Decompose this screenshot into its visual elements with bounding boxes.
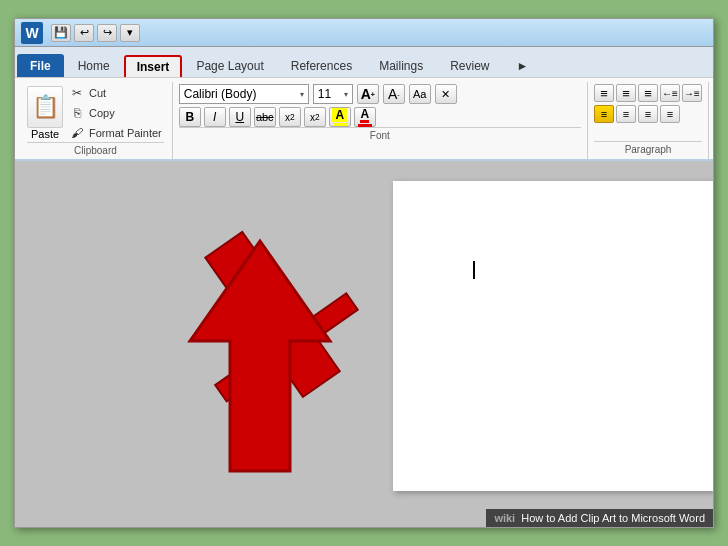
- justify-button[interactable]: ≡: [660, 105, 680, 123]
- ribbon: File Home Insert Page Layout References …: [15, 47, 713, 161]
- highlight-icon: A: [332, 108, 347, 122]
- font-size-value: 11: [318, 87, 331, 101]
- bold-button[interactable]: B: [179, 107, 201, 127]
- undo-quick-btn[interactable]: ↩: [74, 24, 94, 42]
- font-name-dropdown-arrow: ▾: [300, 90, 304, 99]
- change-case-button[interactable]: Aa: [409, 84, 431, 104]
- tab-more[interactable]: ►: [504, 54, 542, 77]
- word-icon: W: [21, 22, 43, 44]
- para-row1: ≡ ≡ ≡ ←≡ →≡: [594, 84, 702, 102]
- font-name-value: Calibri (Body): [184, 87, 257, 101]
- document-left-panel: [15, 161, 295, 527]
- paste-button[interactable]: 📋 Paste: [27, 86, 63, 140]
- paste-icon: 📋: [27, 86, 63, 128]
- tab-mailings[interactable]: Mailings: [366, 54, 436, 77]
- align-left-button[interactable]: ≡: [594, 105, 614, 123]
- para-row2: ≡ ≡ ≡ ≡: [594, 105, 702, 123]
- underline-button[interactable]: U: [229, 107, 251, 127]
- paste-label: Paste: [31, 128, 59, 140]
- scissors-icon: ✂: [69, 85, 85, 101]
- superscript-button[interactable]: x2: [304, 107, 326, 127]
- document-area: [15, 161, 713, 527]
- align-center-button[interactable]: ≡: [616, 105, 636, 123]
- word-window: W 💾 ↩ ↪ ▾ File Home Insert Page Layout R…: [14, 18, 714, 528]
- tab-references[interactable]: References: [278, 54, 365, 77]
- text-color-icon: A: [360, 108, 369, 123]
- multilevel-button[interactable]: ≡: [638, 84, 658, 102]
- highlight-color-bar: [333, 123, 347, 126]
- format-painter-button[interactable]: 🖌 Format Painter: [67, 124, 164, 142]
- strikethrough-button[interactable]: abc: [254, 107, 276, 127]
- format-painter-icon: 🖌: [69, 125, 85, 141]
- increase-indent-button[interactable]: →≡: [682, 84, 702, 102]
- font-color-button[interactable]: A: [329, 107, 351, 127]
- font-size-dropdown-arrow: ▾: [344, 90, 348, 99]
- cut-button[interactable]: ✂ Cut: [67, 84, 164, 102]
- paragraph-group: ≡ ≡ ≡ ←≡ →≡ ≡ ≡ ≡ ≡ Paragraph: [588, 82, 709, 159]
- tab-insert[interactable]: Insert: [124, 55, 183, 77]
- clipboard-small-buttons: ✂ Cut ⎘ Copy 🖌 Format Painter: [67, 84, 164, 142]
- clipboard-group-content: 📋 Paste ✂ Cut ⎘ Copy 🖌: [27, 84, 164, 142]
- align-right-button[interactable]: ≡: [638, 105, 658, 123]
- clear-formatting-button[interactable]: ✕: [435, 84, 457, 104]
- how-to-caption: How to Add Clip Art to Microsoft Word: [521, 512, 705, 524]
- decrease-indent-button[interactable]: ←≡: [660, 84, 680, 102]
- title-bar-left: W 💾 ↩ ↪ ▾: [21, 22, 140, 44]
- clipboard-group-label: Clipboard: [27, 142, 164, 158]
- red-arrow-overlay: [75, 201, 355, 501]
- font-row2: B I U abc x2 x2 A A: [179, 107, 581, 127]
- tab-review[interactable]: Review: [437, 54, 502, 77]
- tab-home[interactable]: Home: [65, 54, 123, 77]
- italic-button[interactable]: I: [204, 107, 226, 127]
- svg-marker-0: [152, 203, 375, 434]
- font-group: Calibri (Body) ▾ 11 ▾ A+ A- Aa ✕ B I U: [173, 82, 588, 159]
- grow-font-button[interactable]: A+: [357, 84, 379, 104]
- shrink-font-button[interactable]: A-: [383, 84, 405, 104]
- title-bar: W 💾 ↩ ↪ ▾: [15, 19, 713, 47]
- quick-access-dropdown[interactable]: ▾: [120, 24, 140, 42]
- text-color-bar: [358, 124, 372, 127]
- red-arrow-svg: [75, 201, 375, 521]
- svg-marker-1: [190, 241, 330, 471]
- format-painter-label: Format Painter: [89, 127, 162, 139]
- document-page[interactable]: [393, 181, 713, 491]
- wiki-logo: wiki: [494, 512, 515, 524]
- text-cursor: [473, 261, 475, 279]
- font-row1: Calibri (Body) ▾ 11 ▾ A+ A- Aa ✕: [179, 84, 581, 104]
- ribbon-tabs: File Home Insert Page Layout References …: [15, 47, 713, 77]
- watermark-bar: wiki How to Add Clip Art to Microsoft Wo…: [486, 509, 713, 527]
- cut-label: Cut: [89, 87, 106, 99]
- numbering-button[interactable]: ≡: [616, 84, 636, 102]
- font-group-label: Font: [179, 127, 581, 143]
- redo-quick-btn[interactable]: ↪: [97, 24, 117, 42]
- subscript-button[interactable]: x2: [279, 107, 301, 127]
- tab-file[interactable]: File: [17, 54, 64, 77]
- text-color-button[interactable]: A: [354, 107, 376, 127]
- clipboard-group: 📋 Paste ✂ Cut ⎘ Copy 🖌: [19, 82, 173, 159]
- tab-page-layout[interactable]: Page Layout: [183, 54, 276, 77]
- quick-access-toolbar: 💾 ↩ ↪ ▾: [51, 24, 140, 42]
- font-size-select[interactable]: 11 ▾: [313, 84, 353, 104]
- paragraph-group-label: Paragraph: [594, 141, 702, 157]
- font-name-select[interactable]: Calibri (Body) ▾: [179, 84, 309, 104]
- save-quick-btn[interactable]: 💾: [51, 24, 71, 42]
- bullets-button[interactable]: ≡: [594, 84, 614, 102]
- copy-button[interactable]: ⎘ Copy: [67, 104, 164, 122]
- ribbon-content: 📋 Paste ✂ Cut ⎘ Copy 🖌: [15, 77, 713, 159]
- copy-icon: ⎘: [69, 105, 85, 121]
- copy-label: Copy: [89, 107, 115, 119]
